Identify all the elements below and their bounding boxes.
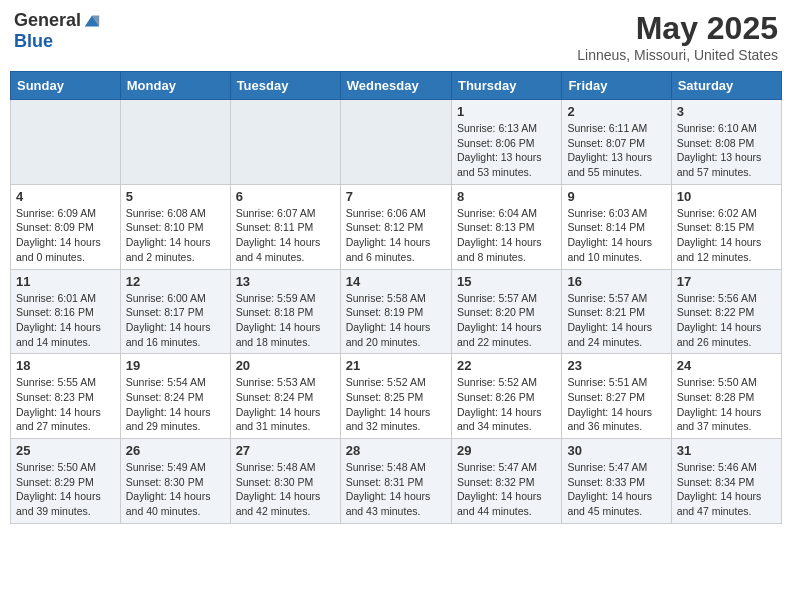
- calendar-cell: 7Sunrise: 6:06 AM Sunset: 8:12 PM Daylig…: [340, 184, 451, 269]
- cell-text: Sunrise: 6:04 AM Sunset: 8:13 PM Dayligh…: [457, 206, 556, 265]
- day-number: 10: [677, 189, 776, 204]
- calendar-week-row: 4Sunrise: 6:09 AM Sunset: 8:09 PM Daylig…: [11, 184, 782, 269]
- calendar-cell: 3Sunrise: 6:10 AM Sunset: 8:08 PM Daylig…: [671, 100, 781, 185]
- cell-text: Sunrise: 6:09 AM Sunset: 8:09 PM Dayligh…: [16, 206, 115, 265]
- header-sunday: Sunday: [11, 72, 121, 100]
- cell-text: Sunrise: 5:47 AM Sunset: 8:32 PM Dayligh…: [457, 460, 556, 519]
- day-number: 30: [567, 443, 665, 458]
- calendar-cell: [230, 100, 340, 185]
- day-number: 18: [16, 358, 115, 373]
- day-number: 26: [126, 443, 225, 458]
- day-number: 7: [346, 189, 446, 204]
- day-number: 15: [457, 274, 556, 289]
- calendar-cell: 5Sunrise: 6:08 AM Sunset: 8:10 PM Daylig…: [120, 184, 230, 269]
- cell-text: Sunrise: 5:46 AM Sunset: 8:34 PM Dayligh…: [677, 460, 776, 519]
- calendar-cell: 9Sunrise: 6:03 AM Sunset: 8:14 PM Daylig…: [562, 184, 671, 269]
- calendar-week-row: 25Sunrise: 5:50 AM Sunset: 8:29 PM Dayli…: [11, 439, 782, 524]
- calendar-cell: 11Sunrise: 6:01 AM Sunset: 8:16 PM Dayli…: [11, 269, 121, 354]
- logo: General Blue: [14, 10, 101, 52]
- day-number: 28: [346, 443, 446, 458]
- header-thursday: Thursday: [451, 72, 561, 100]
- page-header: General Blue May 2025 Linneus, Missouri,…: [10, 10, 782, 63]
- cell-text: Sunrise: 6:02 AM Sunset: 8:15 PM Dayligh…: [677, 206, 776, 265]
- day-number: 14: [346, 274, 446, 289]
- day-number: 25: [16, 443, 115, 458]
- day-number: 13: [236, 274, 335, 289]
- calendar-week-row: 18Sunrise: 5:55 AM Sunset: 8:23 PM Dayli…: [11, 354, 782, 439]
- cell-text: Sunrise: 5:47 AM Sunset: 8:33 PM Dayligh…: [567, 460, 665, 519]
- calendar-cell: 25Sunrise: 5:50 AM Sunset: 8:29 PM Dayli…: [11, 439, 121, 524]
- calendar-cell: 10Sunrise: 6:02 AM Sunset: 8:15 PM Dayli…: [671, 184, 781, 269]
- day-number: 27: [236, 443, 335, 458]
- calendar-cell: 16Sunrise: 5:57 AM Sunset: 8:21 PM Dayli…: [562, 269, 671, 354]
- cell-text: Sunrise: 6:11 AM Sunset: 8:07 PM Dayligh…: [567, 121, 665, 180]
- day-number: 20: [236, 358, 335, 373]
- cell-text: Sunrise: 6:06 AM Sunset: 8:12 PM Dayligh…: [346, 206, 446, 265]
- day-number: 3: [677, 104, 776, 119]
- day-number: 12: [126, 274, 225, 289]
- day-number: 11: [16, 274, 115, 289]
- logo-general-text: General: [14, 10, 81, 31]
- calendar-cell: 15Sunrise: 5:57 AM Sunset: 8:20 PM Dayli…: [451, 269, 561, 354]
- day-number: 5: [126, 189, 225, 204]
- day-number: 9: [567, 189, 665, 204]
- day-number: 19: [126, 358, 225, 373]
- calendar-cell: 14Sunrise: 5:58 AM Sunset: 8:19 PM Dayli…: [340, 269, 451, 354]
- calendar-cell: 22Sunrise: 5:52 AM Sunset: 8:26 PM Dayli…: [451, 354, 561, 439]
- cell-text: Sunrise: 5:55 AM Sunset: 8:23 PM Dayligh…: [16, 375, 115, 434]
- day-number: 22: [457, 358, 556, 373]
- calendar-table: Sunday Monday Tuesday Wednesday Thursday…: [10, 71, 782, 524]
- cell-text: Sunrise: 5:57 AM Sunset: 8:21 PM Dayligh…: [567, 291, 665, 350]
- day-number: 1: [457, 104, 556, 119]
- title-section: May 2025 Linneus, Missouri, United State…: [577, 10, 778, 63]
- calendar-cell: 6Sunrise: 6:07 AM Sunset: 8:11 PM Daylig…: [230, 184, 340, 269]
- calendar-header-row: Sunday Monday Tuesday Wednesday Thursday…: [11, 72, 782, 100]
- logo-blue-text: Blue: [14, 31, 53, 52]
- cell-text: Sunrise: 5:50 AM Sunset: 8:29 PM Dayligh…: [16, 460, 115, 519]
- cell-text: Sunrise: 5:49 AM Sunset: 8:30 PM Dayligh…: [126, 460, 225, 519]
- calendar-cell: [120, 100, 230, 185]
- calendar-cell: 24Sunrise: 5:50 AM Sunset: 8:28 PM Dayli…: [671, 354, 781, 439]
- cell-text: Sunrise: 6:07 AM Sunset: 8:11 PM Dayligh…: [236, 206, 335, 265]
- day-number: 21: [346, 358, 446, 373]
- calendar-cell: [11, 100, 121, 185]
- calendar-cell: 2Sunrise: 6:11 AM Sunset: 8:07 PM Daylig…: [562, 100, 671, 185]
- location-text: Linneus, Missouri, United States: [577, 47, 778, 63]
- calendar-cell: 30Sunrise: 5:47 AM Sunset: 8:33 PM Dayli…: [562, 439, 671, 524]
- calendar-cell: 27Sunrise: 5:48 AM Sunset: 8:30 PM Dayli…: [230, 439, 340, 524]
- cell-text: Sunrise: 5:54 AM Sunset: 8:24 PM Dayligh…: [126, 375, 225, 434]
- cell-text: Sunrise: 6:00 AM Sunset: 8:17 PM Dayligh…: [126, 291, 225, 350]
- calendar-cell: 12Sunrise: 6:00 AM Sunset: 8:17 PM Dayli…: [120, 269, 230, 354]
- header-saturday: Saturday: [671, 72, 781, 100]
- day-number: 23: [567, 358, 665, 373]
- day-number: 6: [236, 189, 335, 204]
- cell-text: Sunrise: 5:53 AM Sunset: 8:24 PM Dayligh…: [236, 375, 335, 434]
- calendar-cell: 31Sunrise: 5:46 AM Sunset: 8:34 PM Dayli…: [671, 439, 781, 524]
- cell-text: Sunrise: 5:48 AM Sunset: 8:30 PM Dayligh…: [236, 460, 335, 519]
- calendar-cell: 17Sunrise: 5:56 AM Sunset: 8:22 PM Dayli…: [671, 269, 781, 354]
- day-number: 2: [567, 104, 665, 119]
- calendar-cell: 21Sunrise: 5:52 AM Sunset: 8:25 PM Dayli…: [340, 354, 451, 439]
- cell-text: Sunrise: 5:56 AM Sunset: 8:22 PM Dayligh…: [677, 291, 776, 350]
- cell-text: Sunrise: 5:52 AM Sunset: 8:25 PM Dayligh…: [346, 375, 446, 434]
- day-number: 31: [677, 443, 776, 458]
- calendar-cell: 26Sunrise: 5:49 AM Sunset: 8:30 PM Dayli…: [120, 439, 230, 524]
- header-monday: Monday: [120, 72, 230, 100]
- month-title: May 2025: [577, 10, 778, 47]
- cell-text: Sunrise: 5:51 AM Sunset: 8:27 PM Dayligh…: [567, 375, 665, 434]
- cell-text: Sunrise: 6:10 AM Sunset: 8:08 PM Dayligh…: [677, 121, 776, 180]
- cell-text: Sunrise: 5:52 AM Sunset: 8:26 PM Dayligh…: [457, 375, 556, 434]
- day-number: 16: [567, 274, 665, 289]
- cell-text: Sunrise: 5:57 AM Sunset: 8:20 PM Dayligh…: [457, 291, 556, 350]
- calendar-cell: [340, 100, 451, 185]
- day-number: 8: [457, 189, 556, 204]
- calendar-cell: 13Sunrise: 5:59 AM Sunset: 8:18 PM Dayli…: [230, 269, 340, 354]
- calendar-cell: 8Sunrise: 6:04 AM Sunset: 8:13 PM Daylig…: [451, 184, 561, 269]
- calendar-cell: 29Sunrise: 5:47 AM Sunset: 8:32 PM Dayli…: [451, 439, 561, 524]
- calendar-cell: 20Sunrise: 5:53 AM Sunset: 8:24 PM Dayli…: [230, 354, 340, 439]
- calendar-week-row: 1Sunrise: 6:13 AM Sunset: 8:06 PM Daylig…: [11, 100, 782, 185]
- cell-text: Sunrise: 5:50 AM Sunset: 8:28 PM Dayligh…: [677, 375, 776, 434]
- calendar-cell: 18Sunrise: 5:55 AM Sunset: 8:23 PM Dayli…: [11, 354, 121, 439]
- day-number: 24: [677, 358, 776, 373]
- calendar-cell: 4Sunrise: 6:09 AM Sunset: 8:09 PM Daylig…: [11, 184, 121, 269]
